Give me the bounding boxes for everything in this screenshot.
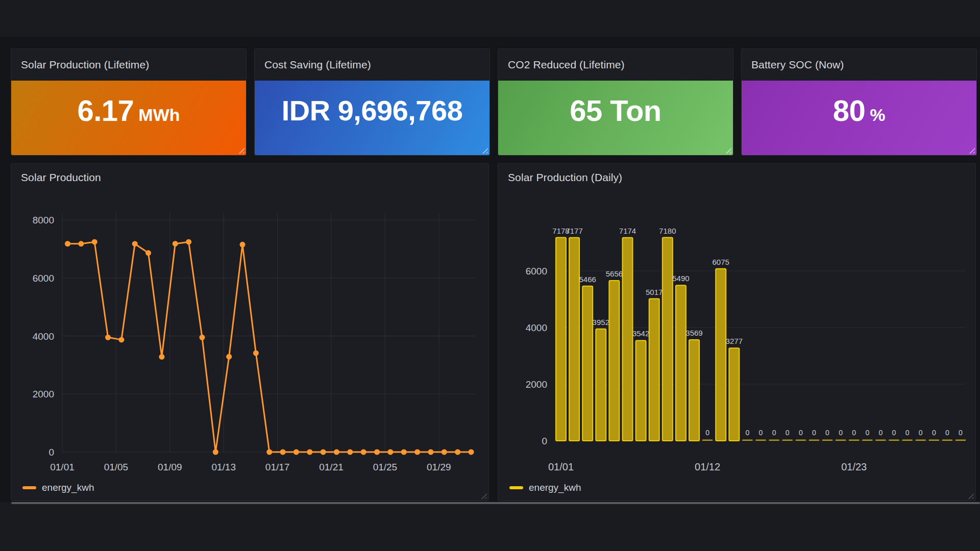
bar-energy-kwh-zero bbox=[809, 440, 819, 441]
stat-panel-cost-saving-lifetime: Cost Saving (Lifetime) IDR 9,696,768 bbox=[254, 48, 490, 156]
stat-unit: % bbox=[870, 106, 885, 123]
legend-color-swatch bbox=[22, 486, 36, 489]
data-point bbox=[428, 449, 433, 455]
bar-energy-kwh bbox=[569, 238, 579, 441]
svg-text:0: 0 bbox=[542, 436, 547, 446]
bar-energy-kwh-zero bbox=[916, 440, 926, 441]
panel-resize-handle[interactable] bbox=[480, 492, 487, 499]
panel-resize-handle[interactable] bbox=[724, 146, 731, 154]
data-point bbox=[401, 449, 407, 455]
bar-energy-kwh-zero bbox=[836, 440, 846, 441]
bar-energy-kwh-zero bbox=[955, 440, 966, 441]
stat-panel-co2-reduced-lifetime: CO2 Reduced (Lifetime) 65 Ton bbox=[498, 48, 733, 156]
bar-value-label: 0 bbox=[705, 429, 709, 437]
data-point bbox=[186, 239, 191, 245]
bar-value-label: 3277 bbox=[726, 337, 743, 345]
svg-text:8000: 8000 bbox=[33, 215, 54, 226]
bar-energy-kwh-zero bbox=[796, 440, 806, 441]
data-point bbox=[280, 449, 286, 455]
horizontal-scrollbar[interactable] bbox=[11, 502, 980, 504]
panel-solar-production-daily-bar-chart: Solar Production (Daily) 020004000600001… bbox=[498, 163, 976, 501]
legend: energy_kwh bbox=[22, 482, 94, 493]
stat-value-area: 65 Ton bbox=[498, 81, 733, 155]
data-point bbox=[321, 449, 326, 455]
bar-value-label: 6075 bbox=[713, 258, 729, 266]
bar-energy-kwh bbox=[596, 329, 606, 441]
data-point bbox=[105, 335, 111, 340]
bar-energy-kwh bbox=[582, 286, 593, 441]
panel-title: Solar Production (Daily) bbox=[508, 171, 622, 184]
bar-value-label: 0 bbox=[852, 429, 856, 437]
panel-title: Solar Production bbox=[21, 171, 101, 184]
bar-value-label: 0 bbox=[945, 429, 949, 437]
bar-energy-kwh bbox=[676, 285, 686, 441]
svg-text:01/13: 01/13 bbox=[211, 462, 236, 472]
panel-title-bar[interactable]: Solar Production (Lifetime) bbox=[11, 49, 246, 81]
stat-panel-battery-soc-now: Battery SOC (Now) 80 % bbox=[741, 48, 977, 156]
bar-energy-kwh bbox=[729, 348, 739, 441]
data-point bbox=[307, 449, 312, 455]
bar-energy-kwh bbox=[636, 340, 646, 441]
svg-text:01/01: 01/01 bbox=[548, 461, 574, 472]
bar-value-label: 0 bbox=[772, 429, 776, 437]
data-point bbox=[213, 449, 218, 455]
legend: energy_kwh bbox=[509, 482, 581, 493]
svg-text:01/23: 01/23 bbox=[841, 461, 867, 472]
data-point bbox=[347, 449, 353, 455]
panel-title-bar[interactable]: Cost Saving (Lifetime) bbox=[255, 49, 489, 81]
bar-energy-kwh bbox=[556, 238, 566, 441]
bar-value-label: 0 bbox=[812, 429, 816, 437]
panel-title: CO2 Reduced (Lifetime) bbox=[508, 59, 625, 71]
bar-value-label: 0 bbox=[839, 429, 843, 437]
svg-text:2000: 2000 bbox=[33, 389, 54, 399]
panel-title-bar[interactable]: Battery SOC (Now) bbox=[742, 49, 976, 81]
data-point bbox=[240, 242, 246, 247]
data-point bbox=[266, 449, 272, 455]
bar-value-label: 0 bbox=[746, 429, 750, 437]
bar-value-label: 0 bbox=[799, 429, 803, 437]
svg-text:01/17: 01/17 bbox=[265, 462, 290, 472]
bar-energy-kwh-zero bbox=[769, 440, 779, 441]
data-point bbox=[118, 337, 124, 342]
data-point bbox=[173, 241, 178, 246]
legend-item-energy-kwh[interactable]: energy_kwh bbox=[509, 482, 581, 493]
panel-title-bar[interactable]: CO2 Reduced (Lifetime) bbox=[498, 49, 733, 81]
legend-color-swatch bbox=[509, 486, 523, 489]
panel-resize-handle[interactable] bbox=[237, 146, 244, 154]
data-point bbox=[226, 354, 232, 360]
bar-value-label: 3569 bbox=[685, 329, 702, 337]
bar-energy-kwh-zero bbox=[942, 440, 952, 441]
stat-value: IDR 9,696,768 bbox=[282, 96, 463, 125]
svg-text:01/01: 01/01 bbox=[50, 462, 75, 472]
data-point bbox=[293, 449, 299, 455]
svg-text:01/29: 01/29 bbox=[427, 462, 451, 472]
bar-energy-kwh bbox=[623, 238, 633, 441]
data-point bbox=[159, 354, 164, 360]
line-chart-plot-area[interactable]: 0200040006000800001/0101/0501/0901/1301/… bbox=[21, 191, 479, 480]
bar-value-label: 0 bbox=[932, 429, 936, 437]
bar-value-label: 0 bbox=[865, 429, 869, 437]
data-point bbox=[374, 449, 380, 455]
panel-resize-handle[interactable] bbox=[967, 492, 974, 499]
panel-title-bar[interactable]: Solar Production (Daily) bbox=[498, 164, 975, 191]
bar-value-label: 0 bbox=[879, 429, 883, 437]
bar-value-label: 3952 bbox=[593, 318, 609, 327]
bar-energy-kwh-zero bbox=[902, 440, 913, 441]
bar-value-label: 7180 bbox=[659, 227, 676, 235]
panel-resize-handle[interactable] bbox=[968, 146, 975, 154]
panel-solar-production-line-chart: Solar Production 0200040006000800001/010… bbox=[11, 163, 489, 501]
bar-energy-kwh-zero bbox=[782, 440, 793, 441]
panel-resize-handle[interactable] bbox=[481, 146, 488, 154]
stat-value: 80 bbox=[833, 96, 866, 126]
bar-chart-plot-area[interactable]: 020004000600001/0101/1201/23717871775466… bbox=[508, 191, 966, 480]
bar-value-label: 5490 bbox=[672, 274, 689, 283]
legend-item-energy-kwh[interactable]: energy_kwh bbox=[22, 482, 94, 493]
bar-energy-kwh bbox=[609, 281, 619, 441]
stat-value: 65 Ton bbox=[570, 96, 662, 126]
data-point bbox=[387, 449, 393, 455]
stat-value: 6.17 bbox=[77, 96, 134, 126]
data-point bbox=[361, 449, 366, 455]
stat-value-area: 80 % bbox=[742, 81, 976, 155]
panel-title-bar[interactable]: Solar Production bbox=[11, 164, 488, 191]
data-point bbox=[442, 449, 447, 455]
